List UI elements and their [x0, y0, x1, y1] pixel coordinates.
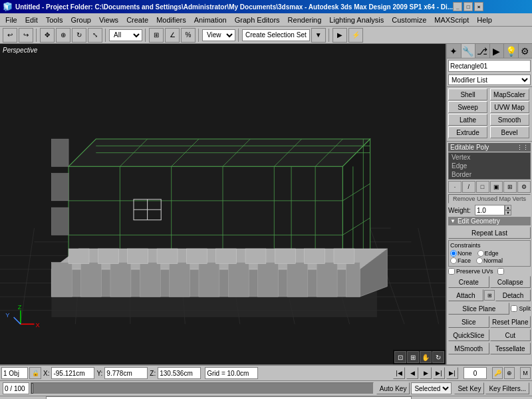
quick-render-btn[interactable]: ⚡ — [348, 28, 363, 43]
rotate-button[interactable]: ↻ — [72, 28, 86, 43]
key-filters-btn[interactable]: Key Filters... — [485, 382, 529, 394]
menu-views[interactable]: Views — [95, 15, 122, 25]
view-dropdown[interactable]: View — [202, 29, 235, 41]
y-coord-input[interactable] — [104, 367, 148, 379]
repeat-last-btn[interactable]: Repeat Last — [448, 227, 531, 239]
msmooth-btn[interactable]: MSmooth — [448, 342, 489, 354]
menu-modifiers[interactable]: Modifiers — [152, 15, 190, 25]
selection-filter-dropdown[interactable]: Selected — [411, 382, 452, 394]
track-bar[interactable] — [31, 382, 374, 394]
object-name-input[interactable] — [448, 60, 531, 72]
viewport[interactable]: Perspective — [0, 44, 446, 364]
normal-radio[interactable]: Normal — [476, 257, 503, 264]
shell-btn[interactable]: Shell — [448, 88, 487, 100]
snap-button[interactable]: ⊞ — [149, 28, 164, 43]
edit-geometry-header[interactable]: ▼ Edit Geometry — [448, 217, 531, 225]
create-tab[interactable]: ✦ — [447, 44, 462, 58]
set-key-icon-btn[interactable]: 🔑 — [492, 367, 503, 379]
angle-snap-button[interactable]: ∠ — [165, 28, 180, 43]
zoom-extents-btn[interactable]: ⊡ — [394, 351, 406, 363]
subobj-vertex[interactable]: Vertex — [449, 153, 530, 162]
menu-graph-editors[interactable]: Graph Editors — [231, 15, 284, 25]
lock-icon[interactable]: 🔒 — [29, 367, 41, 379]
modify-tab[interactable]: 🔧 — [462, 44, 476, 58]
attach-btn[interactable]: Attach — [448, 289, 483, 301]
motion-tab[interactable]: ▶ — [490, 44, 505, 58]
subobj-edge[interactable]: Edge — [449, 162, 530, 170]
close-button[interactable]: × — [474, 2, 483, 11]
attach-settings-btn[interactable]: ⊞ — [484, 290, 495, 301]
play-btn[interactable]: ▶ — [420, 367, 432, 379]
scale-button[interactable]: ⤡ — [88, 28, 102, 43]
menu-lighting[interactable]: Lighting Analysis — [325, 15, 388, 25]
detach-btn[interactable]: Detach — [495, 289, 531, 301]
undo-button[interactable]: ↩ — [3, 28, 17, 43]
preserve-uvs-checkbox[interactable] — [448, 268, 455, 275]
poly-icon-btn[interactable]: ▣ — [490, 181, 503, 193]
render-btn[interactable]: ▶ — [332, 28, 347, 43]
vertex-icon-btn[interactable]: · — [448, 181, 462, 193]
z-coord-input[interactable] — [158, 367, 201, 379]
maxscript-btn[interactable]: M — [520, 367, 531, 379]
zoom-all-btn[interactable]: ⊞ — [407, 351, 419, 363]
go-end-btn[interactable]: ▶| — [446, 367, 458, 379]
select-button[interactable]: ✥ — [40, 28, 55, 43]
x-coord-input[interactable] — [51, 367, 94, 379]
modifier-list-dropdown[interactable]: Modifier List — [448, 74, 531, 85]
weight-input[interactable] — [475, 205, 505, 215]
go-start-btn[interactable]: |◀ — [393, 367, 405, 379]
menu-rendering[interactable]: Rendering — [284, 15, 326, 25]
utilities-tab[interactable]: ⚙ — [519, 44, 533, 58]
subobj-border[interactable]: Border — [449, 170, 530, 179]
preserve-uvs-checkbox2[interactable] — [497, 268, 504, 275]
frame-input[interactable] — [464, 367, 487, 379]
slice-plane-btn[interactable]: Slice Plane — [448, 303, 509, 315]
none-radio[interactable]: None — [450, 250, 472, 257]
script-input[interactable] — [46, 396, 411, 399]
mapscaler-btn[interactable]: MapScaler — [490, 88, 529, 100]
menu-tools[interactable]: Tools — [42, 15, 67, 25]
redo-button[interactable]: ↪ — [19, 28, 33, 43]
arc-rotate-btn[interactable]: ↻ — [432, 351, 444, 363]
settings-icon-btn[interactable]: ⚙ — [517, 181, 531, 193]
bevel-btn[interactable]: Bevel — [490, 126, 529, 138]
weight-down-btn[interactable]: ▼ — [505, 210, 511, 215]
menu-help[interactable]: Help — [473, 15, 496, 25]
slice-btn[interactable]: Slice — [448, 316, 489, 328]
prev-frame-btn[interactable]: ◀ — [406, 367, 418, 379]
hierarchy-tab[interactable]: ⎇ — [475, 44, 490, 58]
filter-dropdown[interactable]: All — [109, 29, 142, 41]
quickslice-btn[interactable]: QuickSlice — [448, 329, 489, 341]
set-key-btn[interactable]: Set Key — [454, 382, 484, 394]
percent-snap-button[interactable]: % — [181, 28, 196, 43]
next-frame-btn[interactable]: ▶| — [433, 367, 445, 379]
menu-create[interactable]: Create — [122, 15, 152, 25]
autokey-btn[interactable]: Auto Key — [376, 382, 410, 394]
reset-plane-btn[interactable]: Reset Plane — [490, 316, 531, 328]
menu-file[interactable]: File — [1, 15, 21, 25]
smooth-btn[interactable]: Smooth — [490, 114, 529, 126]
cut-btn[interactable]: Cut — [490, 329, 531, 341]
maximize-button[interactable]: □ — [464, 2, 473, 11]
lathe-btn[interactable]: Lathe — [448, 114, 487, 126]
edge-icon-btn[interactable]: / — [462, 181, 475, 193]
border-icon-btn[interactable]: □ — [476, 181, 489, 193]
weight-up-btn[interactable]: ▲ — [505, 205, 511, 210]
pan-btn[interactable]: ✋ — [420, 351, 432, 363]
face-radio[interactable]: Face — [450, 257, 471, 264]
sweep-btn[interactable]: Sweep — [448, 101, 487, 113]
menu-animation[interactable]: Animation — [190, 15, 231, 25]
menu-group[interactable]: Group — [66, 15, 95, 25]
move-button[interactable]: ⊕ — [56, 28, 70, 43]
display-tab[interactable]: 💡 — [504, 44, 519, 58]
menu-maxscript[interactable]: MAXScript — [430, 15, 473, 25]
menu-customize[interactable]: Customize — [388, 15, 430, 25]
menu-edit[interactable]: Edit — [21, 15, 42, 25]
key-mode-btn[interactable]: ⊕ — [504, 367, 515, 379]
create-btn[interactable]: Create — [448, 276, 489, 288]
tessellate-btn[interactable]: Tessellate — [490, 342, 531, 354]
edge-radio[interactable]: Edge — [477, 250, 499, 257]
extrude-btn[interactable]: Extrude — [448, 126, 487, 138]
create-selection-field[interactable]: Create Selection Set — [242, 29, 310, 41]
minimize-button[interactable]: _ — [453, 2, 462, 11]
